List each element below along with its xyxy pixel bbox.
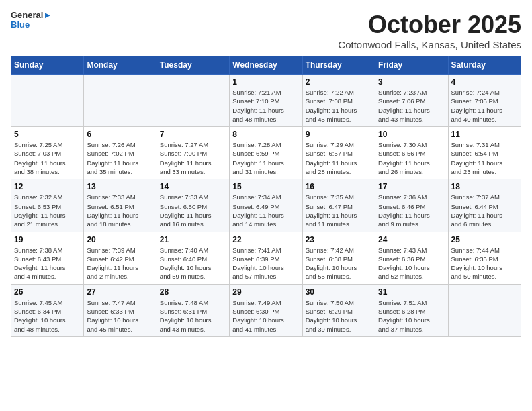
logo: General► Blue [11,11,52,30]
day-detail: Sunrise: 7:42 AM Sunset: 6:38 PM Dayligh… [306,246,372,281]
day-detail: Sunrise: 7:33 AM Sunset: 6:50 PM Dayligh… [160,193,226,228]
day-number: 31 [378,287,445,297]
title-block: October 2025 Cottonwood Falls, Kansas, U… [338,11,521,50]
day-number: 11 [451,130,518,139]
header-monday: Monday [84,56,157,75]
calendar-table: Sunday Monday Tuesday Wednesday Thursday… [11,56,521,337]
day-number: 23 [306,235,372,244]
day-number: 13 [87,182,153,191]
day-number: 5 [14,130,81,139]
table-row: 26Sunrise: 7:45 AM Sunset: 6:34 PM Dayli… [11,284,84,336]
day-number: 6 [87,130,153,139]
day-number: 22 [232,235,299,244]
table-row: 8Sunrise: 7:28 AM Sunset: 6:59 PM Daylig… [230,127,302,179]
day-detail: Sunrise: 7:51 AM Sunset: 6:28 PM Dayligh… [378,298,445,334]
table-row: 22Sunrise: 7:41 AM Sunset: 6:39 PM Dayli… [230,232,302,284]
day-detail: Sunrise: 7:28 AM Sunset: 6:59 PM Dayligh… [232,140,299,176]
day-detail: Sunrise: 7:35 AM Sunset: 6:47 PM Dayligh… [306,193,372,228]
day-detail: Sunrise: 7:34 AM Sunset: 6:49 PM Dayligh… [232,193,299,228]
week-row-3: 12Sunrise: 7:32 AM Sunset: 6:53 PM Dayli… [11,179,521,232]
day-number: 24 [378,235,445,244]
day-number: 17 [378,182,445,191]
week-row-1: 1Sunrise: 7:21 AM Sunset: 7:10 PM Daylig… [11,75,521,127]
table-row: 12Sunrise: 7:32 AM Sunset: 6:53 PM Dayli… [11,179,84,232]
day-number: 26 [14,287,81,297]
table-row: 16Sunrise: 7:35 AM Sunset: 6:47 PM Dayli… [302,179,375,232]
table-row: 9Sunrise: 7:29 AM Sunset: 6:57 PM Daylig… [302,127,375,179]
day-number: 29 [232,287,299,297]
header-tuesday: Tuesday [157,56,229,75]
day-detail: Sunrise: 7:23 AM Sunset: 7:06 PM Dayligh… [378,88,445,124]
day-number: 12 [14,182,81,191]
day-number: 9 [306,130,372,139]
day-detail: Sunrise: 7:32 AM Sunset: 6:53 PM Dayligh… [14,193,81,228]
day-detail: Sunrise: 7:37 AM Sunset: 6:44 PM Dayligh… [451,193,518,228]
table-row: 7Sunrise: 7:27 AM Sunset: 7:00 PM Daylig… [157,127,229,179]
table-row: 25Sunrise: 7:44 AM Sunset: 6:35 PM Dayli… [448,232,521,284]
day-detail: Sunrise: 7:38 AM Sunset: 6:43 PM Dayligh… [14,246,81,281]
day-number: 7 [160,130,226,139]
day-detail: Sunrise: 7:49 AM Sunset: 6:30 PM Dayligh… [232,298,299,334]
table-row: 1Sunrise: 7:21 AM Sunset: 7:10 PM Daylig… [230,75,302,127]
table-row: 24Sunrise: 7:43 AM Sunset: 6:36 PM Dayli… [375,232,448,284]
day-detail: Sunrise: 7:27 AM Sunset: 7:00 PM Dayligh… [160,140,226,176]
week-row-4: 19Sunrise: 7:38 AM Sunset: 6:43 PM Dayli… [11,232,521,284]
day-number: 20 [87,235,153,244]
day-number: 2 [306,77,372,87]
page-header: General► Blue October 2025 Cottonwood Fa… [11,11,521,50]
day-number: 10 [378,130,445,139]
table-row [157,75,229,127]
day-detail: Sunrise: 7:48 AM Sunset: 6:31 PM Dayligh… [160,298,226,334]
table-row [448,284,521,336]
table-row: 13Sunrise: 7:33 AM Sunset: 6:51 PM Dayli… [84,179,157,232]
day-detail: Sunrise: 7:26 AM Sunset: 7:02 PM Dayligh… [87,140,153,176]
day-detail: Sunrise: 7:50 AM Sunset: 6:29 PM Dayligh… [306,298,372,334]
table-row: 15Sunrise: 7:34 AM Sunset: 6:49 PM Dayli… [230,179,302,232]
day-number: 8 [232,130,299,139]
day-number: 18 [451,182,518,191]
table-row [84,75,157,127]
table-row: 5Sunrise: 7:25 AM Sunset: 7:03 PM Daylig… [11,127,84,179]
table-row: 27Sunrise: 7:47 AM Sunset: 6:33 PM Dayli… [84,284,157,336]
day-number: 14 [160,182,226,191]
day-detail: Sunrise: 7:36 AM Sunset: 6:46 PM Dayligh… [378,193,445,228]
calendar-title: October 2025 [338,11,521,39]
day-detail: Sunrise: 7:30 AM Sunset: 6:56 PM Dayligh… [378,140,445,176]
table-row: 10Sunrise: 7:30 AM Sunset: 6:56 PM Dayli… [375,127,448,179]
table-row: 31Sunrise: 7:51 AM Sunset: 6:28 PM Dayli… [375,284,448,336]
day-detail: Sunrise: 7:44 AM Sunset: 6:35 PM Dayligh… [451,246,518,281]
day-number: 15 [232,182,299,191]
header-wednesday: Wednesday [230,56,302,75]
table-row: 30Sunrise: 7:50 AM Sunset: 6:29 PM Dayli… [302,284,375,336]
day-detail: Sunrise: 7:45 AM Sunset: 6:34 PM Dayligh… [14,298,81,334]
day-number: 16 [306,182,372,191]
day-number: 27 [87,287,153,297]
weekday-header-row: Sunday Monday Tuesday Wednesday Thursday… [11,56,521,75]
day-detail: Sunrise: 7:25 AM Sunset: 7:03 PM Dayligh… [14,140,81,176]
table-row: 18Sunrise: 7:37 AM Sunset: 6:44 PM Dayli… [448,179,521,232]
week-row-2: 5Sunrise: 7:25 AM Sunset: 7:03 PM Daylig… [11,127,521,179]
day-detail: Sunrise: 7:43 AM Sunset: 6:36 PM Dayligh… [378,246,445,281]
header-sunday: Sunday [11,56,84,75]
table-row: 28Sunrise: 7:48 AM Sunset: 6:31 PM Dayli… [157,284,229,336]
table-row: 2Sunrise: 7:22 AM Sunset: 7:08 PM Daylig… [302,75,375,127]
table-row: 14Sunrise: 7:33 AM Sunset: 6:50 PM Dayli… [157,179,229,232]
table-row: 11Sunrise: 7:31 AM Sunset: 6:54 PM Dayli… [448,127,521,179]
day-detail: Sunrise: 7:33 AM Sunset: 6:51 PM Dayligh… [87,193,153,228]
day-detail: Sunrise: 7:47 AM Sunset: 6:33 PM Dayligh… [87,298,153,334]
table-row: 29Sunrise: 7:49 AM Sunset: 6:30 PM Dayli… [230,284,302,336]
table-row [11,75,84,127]
day-number: 4 [451,77,518,87]
table-row: 17Sunrise: 7:36 AM Sunset: 6:46 PM Dayli… [375,179,448,232]
day-detail: Sunrise: 7:31 AM Sunset: 6:54 PM Dayligh… [451,140,518,176]
day-detail: Sunrise: 7:41 AM Sunset: 6:39 PM Dayligh… [232,246,299,281]
day-number: 3 [378,77,445,87]
day-detail: Sunrise: 7:39 AM Sunset: 6:42 PM Dayligh… [87,246,153,281]
table-row: 20Sunrise: 7:39 AM Sunset: 6:42 PM Dayli… [84,232,157,284]
day-detail: Sunrise: 7:22 AM Sunset: 7:08 PM Dayligh… [306,88,372,124]
day-number: 28 [160,287,226,297]
day-detail: Sunrise: 7:40 AM Sunset: 6:40 PM Dayligh… [160,246,226,281]
table-row: 23Sunrise: 7:42 AM Sunset: 6:38 PM Dayli… [302,232,375,284]
day-detail: Sunrise: 7:29 AM Sunset: 6:57 PM Dayligh… [306,140,372,176]
day-number: 19 [14,235,81,244]
